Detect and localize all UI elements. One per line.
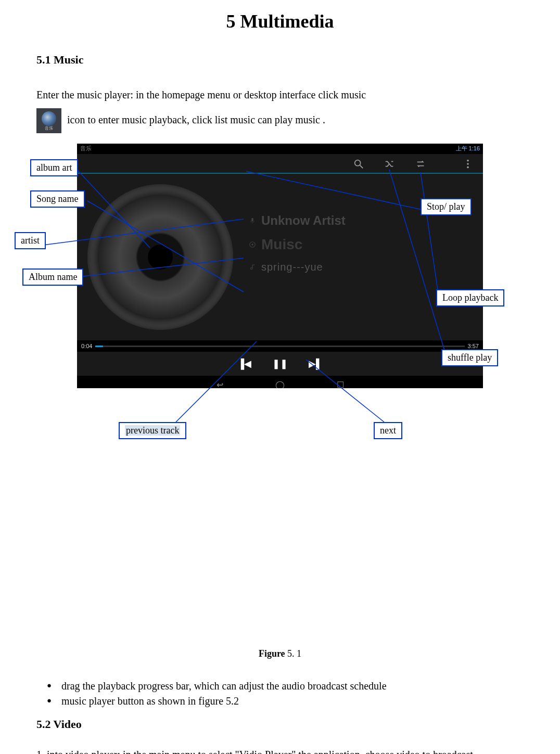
status-bar: 音乐 上午 1:16: [77, 144, 483, 154]
previous-track-text: previous track: [125, 425, 180, 436]
album-text: Muisc: [261, 236, 302, 253]
svg-rect-5: [251, 218, 253, 222]
figure-label: Figure: [259, 648, 285, 659]
section-5-2-heading: 5.2 Video: [36, 718, 524, 731]
figure-number: 5. 1: [287, 648, 301, 659]
disc-hole: [148, 245, 173, 270]
callout-album-name: Album name: [22, 269, 83, 286]
back-nav-icon[interactable]: ↩: [217, 380, 223, 389]
next-button[interactable]: ▶▌: [309, 358, 323, 369]
time-total: 3:57: [468, 343, 479, 349]
music-icon-label: 音乐: [36, 123, 61, 133]
home-nav-icon[interactable]: ◯: [275, 380, 285, 389]
repeat-icon[interactable]: [415, 158, 427, 170]
progress-fill: [95, 346, 103, 347]
svg-point-3: [467, 163, 469, 165]
artist-text: Unknow Artist: [261, 213, 346, 228]
progress-bar[interactable]: [95, 346, 464, 347]
pause-button[interactable]: ❚❚: [272, 358, 288, 369]
overflow-menu-icon[interactable]: [462, 158, 474, 170]
document-page: 5 Multimedia 5.1 Music Enter the music p…: [0, 0, 560, 754]
svg-point-7: [251, 244, 253, 246]
svg-point-4: [467, 167, 469, 169]
music-app-icon: 音乐: [36, 108, 61, 133]
playback-controls: ▐◀ ❚❚ ▶▌: [77, 352, 483, 376]
action-bar: [77, 154, 483, 174]
callout-next: next: [374, 422, 402, 439]
section-5-1-heading: 5.1 Music: [36, 53, 524, 67]
disc-small-icon: [249, 241, 256, 248]
callout-previous-track: previous track: [119, 422, 186, 439]
disc-icon: [87, 184, 233, 330]
video-paragraph-1: 1. into video player: in the main menu t…: [36, 747, 524, 754]
song-text: spring---yue: [261, 261, 323, 273]
system-nav-bar: ↩ ◯ ☐: [77, 376, 483, 388]
callout-stop-play: Stop/ play: [421, 198, 472, 215]
shuffle-icon[interactable]: [384, 158, 396, 170]
intro-text-1: Enter the music player: in the homepage …: [36, 89, 366, 100]
music-player-screenshot: 音乐 上午 1:16 Unknow Artist: [77, 144, 483, 388]
callout-artist: artist: [15, 232, 46, 249]
progress-bar-row: 0:04 3:57: [77, 340, 483, 352]
status-time: 上午 1:16: [456, 145, 480, 152]
bullet-item: drag the playback progress bar, which ca…: [47, 680, 524, 692]
mic-icon: [249, 217, 256, 224]
intro-text-2: icon to enter music playback, click list…: [67, 114, 325, 125]
bullet-item: music player button as shown in figure 5…: [47, 695, 524, 707]
svg-line-1: [360, 165, 363, 169]
svg-point-0: [355, 160, 361, 166]
recent-nav-icon[interactable]: ☐: [337, 380, 344, 389]
note-icon: [249, 264, 256, 271]
artist-row: Unknow Artist: [249, 213, 478, 228]
callout-loop-playback: Loop playback: [436, 289, 504, 306]
figure-caption: Figure 5. 1: [46, 648, 514, 659]
callout-shuffle-play: shuffle play: [441, 349, 498, 366]
callout-album-art: album art: [30, 159, 78, 176]
intro-paragraph: Enter the music player: in the homepage …: [36, 82, 524, 133]
chapter-title: 5 Multimedia: [36, 10, 524, 32]
album-row: Muisc: [249, 236, 478, 253]
song-row: spring---yue: [249, 261, 478, 273]
status-app-label: 音乐: [80, 145, 92, 152]
bullet-list: drag the playback progress bar, which ca…: [36, 680, 524, 707]
figure-5-1-container: 音乐 上午 1:16 Unknow Artist: [46, 144, 514, 659]
search-icon[interactable]: [353, 158, 364, 170]
svg-point-2: [467, 160, 469, 162]
time-current: 0:04: [81, 343, 92, 349]
album-art: [87, 184, 233, 330]
previous-button[interactable]: ▐◀: [237, 358, 251, 369]
callout-song-name: Song name: [30, 190, 85, 208]
